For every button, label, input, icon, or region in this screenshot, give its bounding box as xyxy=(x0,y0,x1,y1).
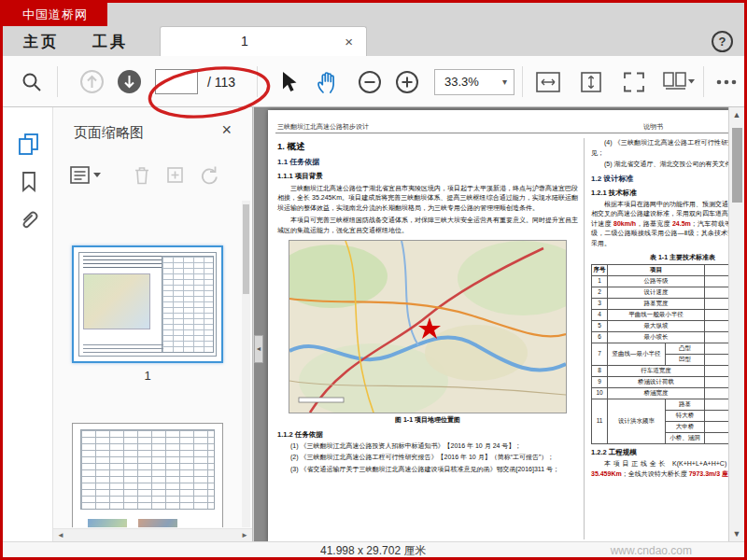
spec-table-row: 9桥涵设计荷载 xyxy=(592,376,730,387)
next-page-icon[interactable] xyxy=(117,69,142,94)
zoom-out-icon[interactable] xyxy=(358,70,382,94)
table-title: 表 1-1 主要技术标准表 xyxy=(591,253,729,263)
fullscreen-icon[interactable] xyxy=(619,70,649,94)
body-paragraph: 三峡翻坝江北高速公路位于湖北省宜昌市夷陵区境内，项目起于太平溪新港，终点与沪蓉高… xyxy=(277,184,578,214)
previous-page-icon[interactable] xyxy=(79,69,105,94)
close-icon[interactable]: × xyxy=(345,27,353,56)
section-heading: 1. 概述 xyxy=(277,140,578,153)
site-watermark: www.cndao.com xyxy=(611,544,692,557)
fit-width-icon[interactable] xyxy=(533,70,563,94)
page-total-label: / 113 xyxy=(207,75,235,90)
help-icon[interactable]: ? xyxy=(712,31,733,52)
bookmarks-panel-icon[interactable] xyxy=(16,169,41,194)
body-paragraph: 本项目可完善三峡枢纽国防战备交通体系，对保障三峡大坝安全运营具有重要意义。同时提… xyxy=(277,216,578,235)
reference-item: (2) 《三峡翻坝江北高速公路工程可行性研究报告》【2016 年 10 月】（简… xyxy=(277,453,578,463)
delete-page-icon[interactable] xyxy=(130,163,154,188)
thumbnail-photo xyxy=(88,519,127,527)
zoom-in-icon[interactable] xyxy=(395,70,419,94)
spec-table-row: 8行车道宽度 xyxy=(592,365,730,376)
main-toolbar: / 113 33.3% ▾ xyxy=(3,56,744,107)
spec-table-header-row: 序号 项目 指标 xyxy=(592,264,730,275)
page-column-right: (4) 《三峡翻坝江北高速公路工程可行性研究报告》评审意见；(5) 湖北省交通厅… xyxy=(591,138,729,482)
toolbar-divider xyxy=(257,66,258,97)
thumbnail-page-1[interactable] xyxy=(72,245,223,363)
menu-tab-home[interactable]: 主页 xyxy=(10,28,72,55)
thumbnail-page-2[interactable] xyxy=(72,423,223,527)
spec-table-row: 10桥涵宽度 xyxy=(592,387,730,399)
thumbnail-map-image xyxy=(83,273,150,329)
brand-banner: 中国道桥网 xyxy=(3,3,107,26)
spec-table-row: 7竖曲线—最小半径凸型 xyxy=(592,343,730,354)
spec-table-row: 1公路等级 xyxy=(592,275,730,287)
menu-tab-tools[interactable]: 工具 xyxy=(79,28,141,55)
thumbnail-photo xyxy=(138,519,177,527)
navigation-icon-strip xyxy=(3,107,53,541)
spec-table-row: 2设计速度 xyxy=(592,287,730,298)
thumbnail-table-grid xyxy=(80,429,215,510)
status-bar: 41.998 x 29.702 厘米 www.cndao.com xyxy=(3,541,744,557)
panel-options-icon[interactable] xyxy=(68,163,106,188)
search-icon[interactable] xyxy=(20,70,44,94)
panel-collapse-handle[interactable]: ◄ xyxy=(254,335,263,363)
zoom-level-dropdown[interactable]: 33.3% ▾ xyxy=(434,69,514,95)
header-rule xyxy=(275,133,729,133)
hand-tool-icon[interactable] xyxy=(313,68,339,95)
reference-item: (3) 《省交通运输厅关于三峡翻坝江北高速公路建设项目核准意见的函》鄂交函[20… xyxy=(277,465,578,475)
page-number-input[interactable] xyxy=(155,69,198,94)
spec-table-row: 6最小坡长 xyxy=(592,331,730,343)
toolbar-divider xyxy=(522,66,523,97)
thumbnail-table-grid xyxy=(162,256,214,353)
reference-list-right: (4) 《三峡翻坝江北高速公路工程可行性研究报告》评审意见；(5) 湖北省交通厅… xyxy=(591,138,729,170)
column-divider xyxy=(584,138,585,539)
scrollbar-thumb[interactable] xyxy=(732,128,742,203)
location-map-figure xyxy=(289,240,567,413)
fit-page-icon[interactable] xyxy=(576,70,606,94)
more-tools-icon[interactable] xyxy=(712,71,740,93)
thumbnail-page-1-label: 1 xyxy=(72,369,223,383)
section-heading: 1.1.1 项目背景 xyxy=(277,171,578,181)
reference-item: (1) 《三峡翻坝江北高速公路投资人招标中标通知书》【2016 年 10 月 2… xyxy=(277,441,578,452)
document-page[interactable]: 三峡翻坝江北高速公路初步设计 说明书 1. 概述 1.1 任务依据 1.1.1 … xyxy=(268,110,729,542)
chevron-down-icon: ▾ xyxy=(502,70,507,94)
scroll-left-arrow-icon[interactable]: ◄ xyxy=(57,529,64,542)
section-heading: 1.1.2 任务依据 xyxy=(277,429,578,440)
attachments-panel-icon[interactable] xyxy=(16,206,41,231)
scroll-down-arrow-icon[interactable]: ▼ xyxy=(729,527,744,540)
select-tool-icon[interactable] xyxy=(275,69,301,94)
reference-list-left: (1) 《三峡翻坝江北高速公路投资人招标中标通知书》【2016 年 10 月 2… xyxy=(277,441,578,475)
reference-item: (5) 湖北省交通厅、湖北交投公司的有关文件。 xyxy=(591,160,729,170)
section-heading: 1.2.2 工程规模 xyxy=(591,447,729,457)
spec-table-body: 1公路等级2设计速度3路基宽度4平曲线一般最小半径5最大纵坡6最小坡长7竖曲线—… xyxy=(592,275,730,443)
toolbar-divider xyxy=(57,66,58,97)
pages-panel-icon[interactable] xyxy=(16,132,41,157)
scroll-right-arrow-icon[interactable]: ► xyxy=(241,529,248,542)
app-window: 中国道桥网 主页 工具 1 × ? / 113 xyxy=(0,0,747,560)
body-paragraph: 根据本项目在路网中的功能作用、预测交通量，顺接公路或相交叉的高速公路建设标准，采… xyxy=(591,200,729,249)
spec-table-row: 5最大纵坡 xyxy=(592,320,730,331)
body-paragraph: 本项目正线全长 K(K+H+L+A+H+C) 路线长度为 35.459Km；全线… xyxy=(591,459,729,479)
document-view: ◄ 三峡翻坝江北高速公路初步设计 说明书 1. 概述 1.1 任务依据 1.1.… xyxy=(254,107,744,541)
zoom-level-value: 33.3% xyxy=(444,70,479,94)
document-vertical-scrollbar[interactable]: ▲ ▼ xyxy=(728,107,744,541)
close-icon[interactable]: × xyxy=(221,120,232,140)
reference-item: (4) 《三峡翻坝江北高速公路工程可行性研究报告》评审意见； xyxy=(591,138,729,158)
document-tab[interactable]: 1 × xyxy=(160,26,367,56)
running-header-left: 三峡翻坝江北高速公路初步设计 xyxy=(277,122,369,132)
main-area: 页面缩略图 × xyxy=(3,107,744,541)
document-tab-label: 1 xyxy=(161,27,329,56)
insert-page-icon[interactable] xyxy=(163,163,188,188)
running-header-right: 说明书 xyxy=(643,122,663,132)
rotate-page-icon[interactable] xyxy=(197,163,221,188)
spec-table: 序号 项目 指标 1公路等级2设计速度3路基宽度4平曲线一般最小半径5最大纵坡6… xyxy=(591,264,729,444)
section-heading: 1.1 任务依据 xyxy=(277,157,578,168)
scroll-up-arrow-icon[interactable]: ▲ xyxy=(729,108,744,121)
toolbar-divider xyxy=(703,66,704,97)
thumbnail-list: 1 xyxy=(53,201,240,527)
scrollbar-thumb[interactable] xyxy=(243,204,249,294)
page-display-icon[interactable] xyxy=(660,70,696,94)
spec-table-row: 3路基宽度 xyxy=(592,298,730,309)
panel-vertical-scrollbar[interactable] xyxy=(242,201,250,527)
section-heading: 1.2.1 技术标准 xyxy=(591,188,729,198)
panel-horizontal-scrollbar[interactable]: ◄ ► xyxy=(53,528,252,541)
page-thumbnails-panel: 页面缩略图 × xyxy=(53,107,253,541)
